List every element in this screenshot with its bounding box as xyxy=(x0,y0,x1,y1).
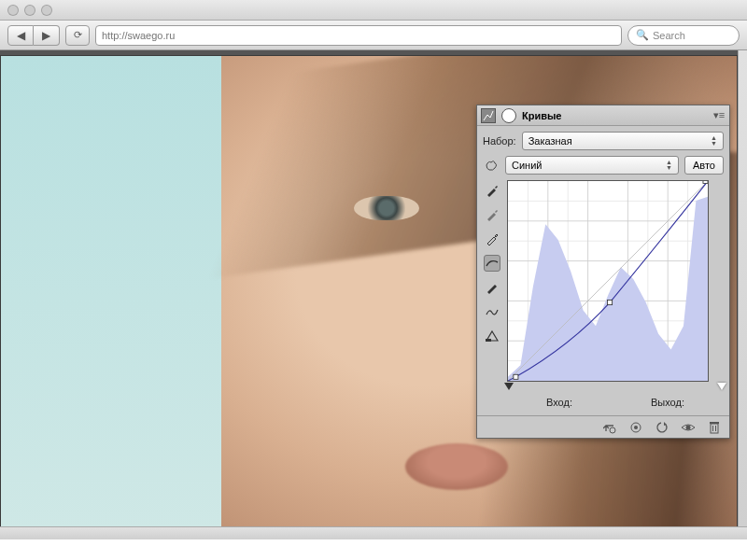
search-placeholder: Search xyxy=(653,30,685,41)
curve-point-tool-icon[interactable] xyxy=(484,255,500,272)
svg-point-24 xyxy=(686,425,691,429)
mask-icon xyxy=(501,108,516,123)
io-readout: Вход: Выход: xyxy=(507,393,724,410)
reset-icon[interactable] xyxy=(655,420,669,435)
photo-eye xyxy=(354,196,419,220)
channel-select[interactable]: Синий ▲▼ xyxy=(505,156,679,175)
close-traffic-light[interactable] xyxy=(7,5,19,16)
app-content: Кривые ▾≡ Набор: Заказная ▲▼ Синий ▲▼ xyxy=(0,50,747,539)
white-point-slider[interactable] xyxy=(717,383,726,390)
minimize-traffic-light[interactable] xyxy=(24,5,35,16)
panel-body: Набор: Заказная ▲▼ Синий ▲▼ Авто xyxy=(477,126,729,415)
url-bar[interactable]: http://swaego.ru xyxy=(95,25,622,46)
vertical-scrollbar[interactable] xyxy=(738,50,747,526)
adjustment-icon xyxy=(481,108,496,123)
back-button[interactable]: ◀ xyxy=(7,25,34,46)
pencil-tool-icon[interactable] xyxy=(484,279,500,296)
preset-select[interactable]: Заказная ▲▼ xyxy=(522,132,724,150)
svg-rect-19 xyxy=(608,301,613,305)
black-point-slider[interactable] xyxy=(504,383,514,390)
panel-titlebar[interactable]: Кривые ▾≡ xyxy=(477,105,729,126)
horizontal-scrollbar[interactable] xyxy=(0,526,747,539)
svg-point-23 xyxy=(634,426,638,429)
search-field[interactable]: 🔍 Search xyxy=(627,25,740,46)
window-titlebar xyxy=(0,0,747,21)
eyedropper-white-icon[interactable] xyxy=(484,231,500,247)
output-label: Выход: xyxy=(651,397,684,408)
input-sliders[interactable] xyxy=(507,382,724,393)
svg-rect-20 xyxy=(703,181,708,184)
select-arrows-icon: ▲▼ xyxy=(711,135,717,147)
zoom-traffic-light[interactable] xyxy=(41,5,52,16)
preset-value: Заказная xyxy=(529,135,572,147)
curves-panel: Кривые ▾≡ Набор: Заказная ▲▼ Синий ▲▼ xyxy=(476,105,730,439)
search-icon: 🔍 xyxy=(636,29,649,41)
reload-button[interactable]: ⟳ xyxy=(65,25,90,46)
svg-rect-25 xyxy=(711,424,718,433)
channel-row: Синий ▲▼ Авто xyxy=(483,156,724,175)
svg-rect-26 xyxy=(710,422,719,424)
svg-rect-18 xyxy=(514,374,518,379)
curves-graph-wrap: Вход: Выход: xyxy=(507,180,724,410)
nav-buttons: ◀ ▶ xyxy=(7,25,60,46)
curves-area: Вход: Выход: xyxy=(483,180,724,410)
trash-icon[interactable] xyxy=(707,420,722,435)
svg-point-21 xyxy=(610,427,615,433)
panel-footer xyxy=(477,415,729,438)
targeted-adjustment-icon[interactable] xyxy=(483,157,500,174)
preset-label: Набор: xyxy=(483,135,516,147)
visibility-icon[interactable] xyxy=(681,420,696,435)
clip-warning-icon[interactable] xyxy=(484,328,500,344)
url-text: http://swaego.ru xyxy=(102,30,175,41)
histogram xyxy=(508,197,708,381)
curves-tool-column xyxy=(483,180,501,410)
forward-button[interactable]: ▶ xyxy=(34,25,60,46)
preset-row: Набор: Заказная ▲▼ xyxy=(483,132,724,150)
curves-graph[interactable] xyxy=(507,180,709,382)
smooth-tool-icon[interactable] xyxy=(484,303,500,320)
input-label: Вход: xyxy=(546,397,572,408)
clip-to-layer-icon[interactable] xyxy=(602,420,617,435)
panel-title-text: Кривые xyxy=(522,110,561,121)
eyedropper-black-icon[interactable] xyxy=(484,182,500,199)
select-arrows-icon: ▲▼ xyxy=(666,160,672,171)
reload-icon: ⟳ xyxy=(74,29,82,41)
view-previous-icon[interactable] xyxy=(628,420,643,435)
browser-toolbar: ◀ ▶ ⟳ http://swaego.ru 🔍 Search xyxy=(0,21,747,50)
eyedropper-gray-icon[interactable] xyxy=(484,206,500,223)
svg-rect-1 xyxy=(486,339,491,342)
panel-menu-icon[interactable]: ▾≡ xyxy=(712,109,726,121)
auto-label: Авто xyxy=(693,160,715,171)
auto-button[interactable]: Авто xyxy=(684,156,724,175)
channel-value: Синий xyxy=(512,160,542,171)
